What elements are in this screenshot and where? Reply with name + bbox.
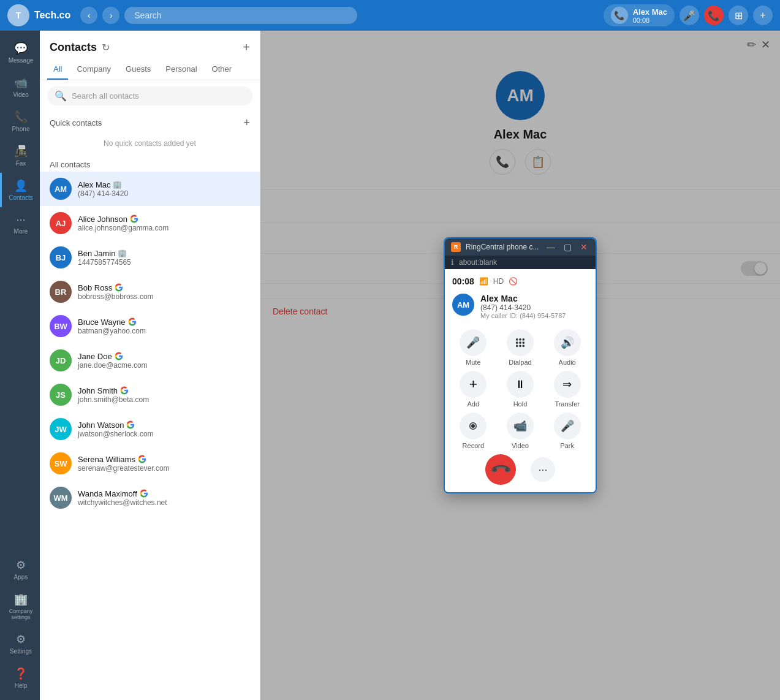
svg-point-8 (523, 345, 524, 346)
main-content: ✏ ✕ AM Alex Mac 📞 📋 Delete contact (260, 31, 780, 700)
mute-button[interactable]: 🎤 (680, 6, 699, 25)
contact-detail-john-watson: jwatson@sherlock.com (78, 430, 250, 438)
contact-item-serena-williams[interactable]: SW Serena Williams serenaw@greatestever.… (40, 446, 260, 481)
video-ctrl-button[interactable]: 📹 (507, 413, 534, 439)
sidebar-label-apps: Apps (14, 574, 28, 580)
tab-all[interactable]: All (47, 59, 68, 80)
contact-info-bruce-wayne: Bruce Wayne batman@yahoo.com (78, 318, 250, 335)
settings-icon: ⚙ (16, 633, 26, 646)
app-logo: T Tech.co (7, 4, 70, 26)
add-button[interactable]: + (753, 6, 773, 25)
contacts-title: Contacts (50, 41, 97, 54)
more-options-button[interactable]: ··· (531, 457, 555, 482)
back-button[interactable]: ‹ (80, 7, 97, 24)
contact-item-alex-mac[interactable]: AM Alex Mac 🏢 (847) 414-3420 (40, 172, 260, 206)
tab-personal[interactable]: Personal (159, 59, 203, 80)
contact-item-jane-doe[interactable]: JD Jane Doe jane.doe@acme.com (40, 343, 260, 378)
contact-detail-alex-mac: (847) 414-3420 (78, 189, 250, 198)
call-name: Alex Mac (480, 294, 588, 303)
svg-point-0 (517, 339, 518, 340)
sidebar-item-video[interactable]: 📹 Video (0, 70, 40, 104)
search-input[interactable] (124, 7, 357, 24)
search-input[interactable] (72, 91, 245, 101)
contact-info-bob-ross: Bob Ross bobross@bobross.com (78, 283, 250, 301)
sidebar-item-contacts[interactable]: 👤 Contacts (0, 173, 40, 207)
transfer-ctrl-button[interactable]: ⇒ (554, 371, 581, 398)
ctrl-dialpad: Dialpad (499, 329, 542, 366)
contact-item-ben-jamin[interactable]: BJ Ben Jamin 🏢 1447585774565 (40, 240, 260, 275)
audio-ctrl-button[interactable]: 🔊 (554, 329, 581, 356)
avatar-jane-doe: JD (50, 349, 72, 371)
svg-point-6 (517, 345, 518, 346)
sidebar-label-message: Message (9, 57, 34, 64)
svg-point-4 (520, 342, 521, 343)
sidebar-item-message[interactable]: 💬 Message (0, 36, 40, 70)
contacts-tabs: All Company Guests Personal Other (40, 59, 260, 80)
contact-item-bruce-wayne[interactable]: BW Bruce Wayne batman@yahoo.com (40, 309, 260, 343)
add-contact-button[interactable]: + (243, 40, 250, 55)
sidebar-item-apps[interactable]: ⚙ Apps (0, 552, 40, 587)
widget-body: 00:08 📶 HD 🚫 AM Alex Mac (847) 414-3420 … (445, 269, 596, 492)
contact-info-jane-doe: Jane Doe jane.doe@acme.com (78, 352, 250, 370)
google-icon-john-watson (126, 420, 135, 429)
google-icon-bruce (128, 318, 137, 326)
signal-icon: 📶 (479, 277, 488, 286)
contact-list: AM Alex Mac 🏢 (847) 414-3420 AJ Alice Jo… (40, 172, 260, 700)
grid-button[interactable]: ⊞ (729, 6, 748, 25)
widget-close-button[interactable]: ✕ (578, 242, 589, 252)
sidebar-item-fax[interactable]: 📠 Fax (0, 139, 40, 173)
mute-ctrl-button[interactable]: 🎤 (460, 329, 487, 356)
record-ctrl-button[interactable] (460, 413, 487, 439)
contact-item-john-smith[interactable]: JS John Smith john.smith@beta.com (40, 378, 260, 412)
sidebar-item-more[interactable]: ··· More (0, 207, 40, 241)
google-icon-serena (138, 455, 146, 463)
svg-point-10 (471, 424, 475, 428)
tab-guests[interactable]: Guests (119, 59, 157, 80)
contact-item-john-watson[interactable]: JW John Watson jwatson@sherlock.com (40, 412, 260, 446)
ctrl-audio: 🔊 Audio (546, 329, 588, 366)
google-icon-jane (115, 352, 123, 360)
contact-detail-serena-williams: serenaw@greatestever.com (78, 464, 250, 473)
contact-info-wanda-maximoff: Wanda Maximoff witchywitches@witches.net (78, 489, 250, 507)
sidebar-label-help: Help (15, 682, 28, 689)
sidebar-label-video: Video (13, 91, 28, 98)
tab-company[interactable]: Company (70, 59, 117, 80)
contact-info-ben-jamin: Ben Jamin 🏢 1447585774565 (78, 249, 250, 267)
svg-point-3 (517, 342, 518, 343)
widget-minimize-button[interactable]: — (545, 242, 557, 252)
call-indicator[interactable]: 📞 Alex Mac 00:08 (604, 4, 675, 26)
tab-other[interactable]: Other (206, 59, 238, 80)
transfer-label: Transfer (555, 400, 580, 408)
end-call-widget-button[interactable]: 📞 (479, 448, 523, 492)
google-icon-john-smith (120, 386, 129, 395)
refresh-button[interactable]: ↻ (102, 42, 110, 53)
end-call-button[interactable]: 📞 (704, 6, 724, 25)
ctrl-video: 📹 Video (499, 413, 542, 449)
add-quick-contact-button[interactable]: + (243, 116, 250, 129)
svg-point-5 (523, 342, 524, 343)
svg-point-7 (520, 345, 521, 346)
contact-item-bob-ross[interactable]: BR Bob Ross bobross@bobross.com (40, 275, 260, 309)
sidebar-item-company-settings[interactable]: 🏢 Company settings (0, 587, 40, 626)
url-text: about:blank (459, 258, 497, 267)
contact-name-bruce-wayne: Bruce Wayne (78, 318, 250, 327)
add-ctrl-button[interactable]: + (460, 371, 487, 398)
contacts-search-bar: 🔍 (47, 86, 252, 105)
hold-ctrl-button[interactable]: ⏸ (507, 371, 534, 398)
hd-badge: HD (493, 277, 504, 286)
forward-button[interactable]: › (102, 7, 119, 24)
park-ctrl-button[interactable]: 🎤 (554, 413, 581, 439)
sidebar-label-settings: Settings (10, 648, 32, 655)
company-settings-icon: 🏢 (14, 593, 28, 606)
contact-detail-bob-ross: bobross@bobross.com (78, 292, 250, 301)
sidebar-item-settings[interactable]: ⚙ Settings (0, 626, 40, 661)
call-overlay: R RingCentral phone c... — ▢ ✕ ℹ about:b… (260, 31, 780, 700)
widget-restore-button[interactable]: ▢ (562, 242, 574, 252)
contact-item-wanda-maximoff[interactable]: WM Wanda Maximoff witchywitches@witches.… (40, 481, 260, 515)
sidebar-item-phone[interactable]: 📞 Phone (0, 104, 40, 139)
contact-item-alice-johnson[interactable]: AJ Alice Johnson alice.johnson@gamma.com (40, 206, 260, 240)
dialpad-ctrl-button[interactable] (507, 329, 534, 356)
svg-point-2 (523, 339, 524, 340)
sidebar-item-help[interactable]: ❓ Help (0, 661, 40, 695)
contact-detail-alice-johnson: alice.johnson@gamma.com (78, 224, 250, 232)
